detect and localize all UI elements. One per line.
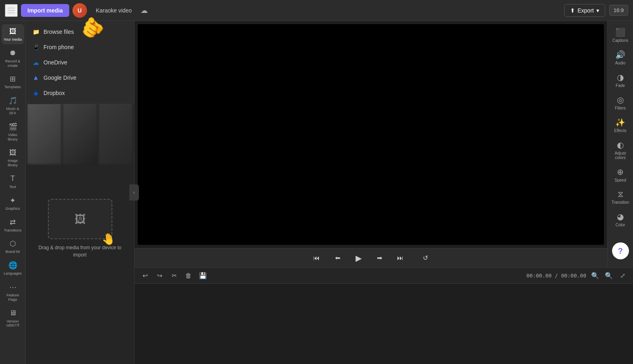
sidebar-item-label-text: Text (9, 185, 16, 189)
sidebar-item-record-create[interactable]: ⏺ Record & create (2, 46, 24, 70)
right-panel-item-adjust-colors[interactable]: ◐ Adjust colors (609, 137, 632, 163)
dropbox-item[interactable]: ◈ Dropbox (26, 85, 134, 101)
sidebar-item-label-templates: Templates (4, 85, 21, 89)
time-display: 00:00.00 / 00:00.00 (526, 273, 586, 279)
right-panel-item-audio[interactable]: 🔊 Audio (609, 47, 632, 68)
from-phone-label: From phone (43, 44, 74, 50)
templates-icon: ⊞ (8, 74, 18, 84)
delete-button[interactable]: 🗑 (183, 270, 194, 281)
zoom-controls: 🔍 🔍 ⤢ (590, 270, 628, 281)
sidebar-item-text[interactable]: T Text (2, 172, 24, 192)
sidebar-item-video-library[interactable]: 🎬 Video library (2, 120, 24, 144)
current-time: 00:00.00 (526, 273, 552, 279)
import-media-button[interactable]: Import media (21, 4, 69, 17)
aspect-ratio-badge: 16:9 (609, 5, 628, 16)
thumbnail-strip (26, 93, 134, 166)
frame-back-button[interactable]: ⬅ (331, 252, 344, 265)
right-item-label-transition: Transition (612, 200, 629, 205)
sidebar-item-music-sfx[interactable]: 🎵 Music & SFX (2, 93, 24, 118)
onedrive-item[interactable]: ☁ OneDrive (26, 55, 134, 70)
skip-forward-button[interactable]: ⏭ (394, 252, 407, 265)
hamburger-icon (8, 8, 15, 13)
image-library-icon: 🖼 (8, 148, 18, 157)
play-button[interactable]: ▶ (352, 252, 365, 265)
right-panel-item-filters[interactable]: ◎ Filters (609, 92, 632, 114)
menu-button[interactable] (5, 4, 18, 17)
from-phone-item[interactable]: 📱 From phone (26, 39, 134, 55)
time-separator: / (555, 273, 561, 279)
fade-icon: ◑ (617, 72, 624, 82)
undo-button[interactable]: ↩ (139, 270, 151, 281)
thumb-2 (63, 95, 97, 164)
sidebar-item-graphics[interactable]: ✦ Graphics (2, 193, 24, 213)
brand-kit-icon: ⬡ (8, 239, 18, 248)
playback-controls: ⏮ ⬅ ▶ ➡ ⏭ ↺ (134, 248, 607, 267)
zoom-in-button[interactable]: 🔍 (603, 270, 614, 281)
icon-sidebar: 🖼 Your media ⏺ Record & create ⊞ Templat… (0, 21, 26, 364)
effects-icon: ✨ (615, 118, 625, 127)
video-canvas (138, 24, 604, 245)
google-drive-label: Google Drive (43, 74, 77, 81)
save-button[interactable]: 💾 (197, 270, 209, 281)
sidebar-item-label-languages: Languages (4, 271, 22, 276)
help-button[interactable]: ? (612, 242, 629, 259)
zoom-out-button[interactable]: 🔍 (590, 270, 601, 281)
text-icon: T (8, 174, 18, 184)
right-panel-item-speed[interactable]: ⊕ Speed (609, 164, 632, 186)
timeline-content (134, 284, 633, 364)
sidebar-item-label-graphics: Graphics (5, 207, 20, 211)
cloud-save-icon: ☁ (141, 6, 148, 15)
sidebar-item-your-media[interactable]: 🖼 Your media (2, 24, 24, 44)
captions-icon: ⬛ (615, 27, 625, 37)
adjust-colors-icon: ◐ (617, 140, 624, 150)
total-time: 00:00.00 (561, 273, 586, 279)
color-icon: ◕ (617, 212, 624, 221)
right-panel-item-color[interactable]: ◕ Color (609, 209, 632, 230)
redo-button[interactable]: ↪ (154, 270, 165, 281)
right-panel-item-effects[interactable]: ✨ Effects (609, 114, 632, 136)
topbar: Import media U Karaoke video ☁ ⬆ Export … (0, 0, 633, 21)
right-panel: ⬛ Captions 🔊 Audio ◑ Fade ◎ Filters ✨ Ef… (607, 21, 633, 267)
sidebar-item-version[interactable]: 🖥 Version cd5677f (2, 306, 24, 331)
skip-back-button[interactable]: ⏮ (310, 252, 323, 265)
tab-karaoke-video[interactable]: Karaoke video (90, 4, 138, 17)
sidebar-item-image-library[interactable]: 🖼 Image library (2, 145, 24, 170)
filters-icon: ◎ (617, 95, 624, 105)
sidebar-item-transitions[interactable]: ⇄ Transitions (2, 215, 24, 235)
frame-forward-button[interactable]: ➡ (373, 252, 386, 265)
right-panel-item-fade[interactable]: ◑ Fade (609, 69, 632, 91)
loop-button[interactable]: ↺ (419, 252, 432, 265)
sidebar-item-feature-flags[interactable]: ⋯ Feature Flags (2, 280, 24, 304)
google-drive-item[interactable]: ▲ Google Drive (26, 70, 134, 85)
sidebar-item-brand-kit[interactable]: ⬡ Brand kit (2, 236, 24, 256)
export-chevron-icon: ▾ (596, 7, 599, 14)
right-panel-item-captions[interactable]: ⬛ Captions (609, 24, 632, 46)
music-sfx-icon: 🎵 (8, 96, 18, 105)
phone-icon: 📱 (32, 43, 39, 51)
collapse-panel-button[interactable]: ‹ (129, 184, 139, 201)
cursor-hand-icon: 🤚 (100, 231, 116, 247)
timeline-area: ↩ ↪ ✂ 🗑 💾 00:00.00 / 00:00.00 🔍 🔍 ⤢ (134, 267, 633, 364)
transition-icon: ⧖ (618, 190, 623, 199)
sidebar-item-label-music-sfx: Music & SFX (3, 107, 23, 116)
right-item-label-filters: Filters (615, 106, 626, 110)
video-library-icon: 🎬 (8, 122, 18, 132)
folder-icon: 📁 (32, 28, 39, 35)
graphics-icon: ✦ (8, 196, 18, 205)
drop-zone[interactable]: 🖼 🤚 (48, 199, 112, 239)
fit-timeline-button[interactable]: ⤢ (617, 270, 628, 281)
transitions-icon: ⇄ (8, 217, 18, 227)
cut-button[interactable]: ✂ (168, 270, 180, 281)
export-button[interactable]: ⬆ Export ▾ (564, 4, 605, 17)
sidebar-item-templates[interactable]: ⊞ Templates (2, 72, 24, 92)
drop-zone-image-icon: 🖼 (74, 213, 86, 226)
languages-icon: 🌐 (8, 261, 18, 270)
feature-flags-icon: ⋯ (8, 282, 18, 292)
sidebar-item-languages[interactable]: 🌐 Languages (2, 258, 24, 278)
right-item-label-speed: Speed (614, 178, 626, 182)
sidebar-item-label-video-library: Video library (3, 133, 23, 142)
topbar-right: ⬆ Export ▾ 16:9 (564, 4, 628, 17)
right-panel-item-transition[interactable]: ⧖ Transition (609, 186, 632, 208)
browse-files-item[interactable]: 📁 Browse files (26, 24, 134, 39)
avatar[interactable]: U (72, 3, 87, 18)
